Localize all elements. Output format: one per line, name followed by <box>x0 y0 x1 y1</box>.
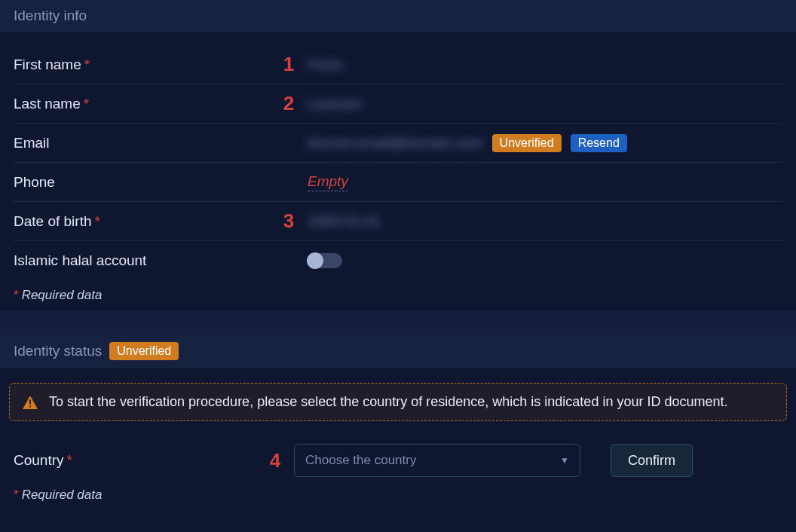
identity-info-body: First name* 1 Firstn Last name* 2 Lastna… <box>0 32 796 310</box>
identity-info-header: Identity info <box>0 0 796 32</box>
field-first-name: First name* 1 Firstn <box>14 45 782 84</box>
last-name-label: Last name* <box>14 96 270 112</box>
field-last-name: Last name* 2 Lastnam <box>14 84 782 124</box>
field-country: Country* 4 Choose the country ▼ Confirm <box>0 429 796 480</box>
country-label: Country* <box>14 452 256 469</box>
country-select-placeholder: Choose the country <box>305 453 416 468</box>
toggle-knob <box>307 252 323 269</box>
country-label-text: Country <box>14 452 64 468</box>
email-label: Email <box>14 135 270 151</box>
required-asterisk: * <box>14 488 19 502</box>
annotation-marker-2: 2 <box>283 92 294 115</box>
warning-icon <box>22 395 38 410</box>
halal-toggle[interactable] <box>308 253 342 268</box>
last-name-value[interactable]: Lastnam <box>308 96 363 112</box>
phone-label: Phone <box>14 174 270 191</box>
verification-alert: To start the verification procedure, ple… <box>9 383 787 421</box>
required-asterisk: * <box>84 57 90 72</box>
required-asterisk: * <box>84 96 89 112</box>
identity-status-title: Identity status <box>14 343 102 359</box>
required-note-text-status: Required data <box>22 488 103 502</box>
required-footnote-status: *Required data <box>14 488 782 503</box>
required-asterisk: * <box>14 288 19 302</box>
svg-rect-1 <box>29 405 31 407</box>
phone-value-empty[interactable]: Empty <box>308 173 348 191</box>
dob-label-text: Date of birth <box>14 213 92 229</box>
first-name-label: First name* <box>14 57 270 73</box>
field-dob: Date of birth* 3 1980-01-01 <box>14 202 782 241</box>
verification-alert-text: To start the verification procedure, ple… <box>49 394 727 410</box>
svg-rect-0 <box>29 399 31 404</box>
annotation-marker-1: 1 <box>283 53 294 75</box>
halal-label: Islamic halal account <box>14 252 270 269</box>
required-asterisk: * <box>67 452 72 468</box>
required-footnote: *Required data <box>14 288 782 303</box>
email-value[interactable]: blurred.email@domain.com <box>308 135 483 151</box>
dob-label: Date of birth* <box>14 213 270 230</box>
resend-button[interactable]: Resend <box>571 134 627 152</box>
dob-value[interactable]: 1980-01-01 <box>308 213 381 230</box>
field-halal: Islamic halal account <box>14 241 782 280</box>
identity-status-header: Identity status Unverified <box>0 335 796 368</box>
confirm-button[interactable]: Confirm <box>611 444 693 477</box>
annotation-marker-4: 4 <box>270 449 280 472</box>
required-asterisk: * <box>95 213 100 229</box>
identity-info-title: Identity info <box>14 8 87 24</box>
email-unverified-badge: Unverified <box>492 134 562 152</box>
last-name-label-text: Last name <box>14 96 81 112</box>
chevron-down-icon: ▼ <box>560 455 569 466</box>
field-email: Email blurred.email@domain.com Unverifie… <box>14 124 782 163</box>
annotation-marker-3: 3 <box>283 209 294 232</box>
first-name-value[interactable]: Firstn <box>308 57 344 73</box>
country-select[interactable]: Choose the country ▼ <box>294 444 580 477</box>
section-divider <box>0 310 796 335</box>
field-phone: Phone Empty <box>14 163 782 202</box>
first-name-label-text: First name <box>14 57 81 72</box>
identity-status-badge: Unverified <box>109 342 179 360</box>
required-note-text: Required data <box>22 288 103 302</box>
